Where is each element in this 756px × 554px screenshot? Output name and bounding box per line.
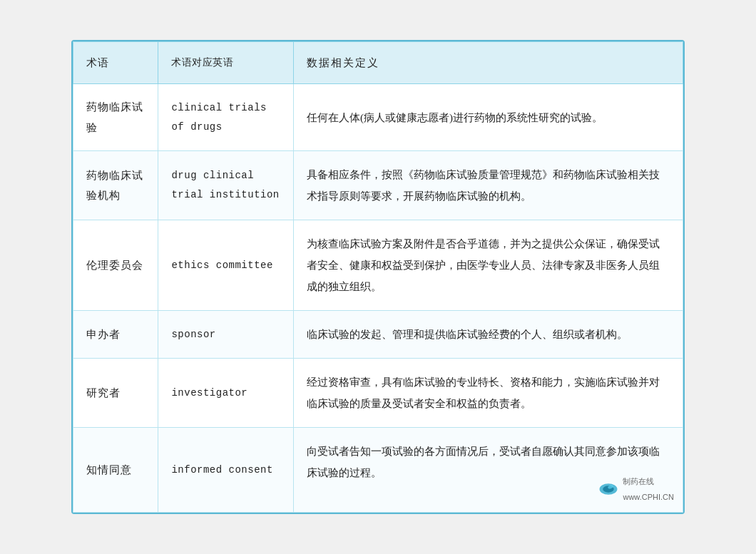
table-row: 知情同意informed consent向受试者告知一项试验的各方面情况后，受试… bbox=[73, 428, 683, 513]
table-row: 研究者investigator经过资格审查，具有临床试验的专业特长、资格和能力，… bbox=[73, 359, 683, 428]
table-row: 药物临床试验clinical trials of drugs任何在人体(病人或健… bbox=[73, 84, 683, 151]
watermark-label: 制药在线 bbox=[623, 473, 674, 489]
terms-table: 术语 术语对应英语 数据相关定义 药物临床试验clinical trials o… bbox=[73, 41, 683, 513]
cell-english: clinical trials of drugs bbox=[158, 84, 294, 151]
cell-english: sponsor bbox=[158, 311, 294, 359]
cell-english: investigator bbox=[158, 359, 294, 428]
table-header-row: 术语 术语对应英语 数据相关定义 bbox=[73, 42, 683, 84]
cell-term: 药物临床试验机构 bbox=[73, 151, 158, 220]
cell-term: 伦理委员会 bbox=[73, 220, 158, 311]
watermark-site: www.CPHI.CN bbox=[623, 489, 674, 505]
table-row: 申办者sponsor临床试验的发起、管理和提供临床试验经费的个人、组织或者机构。 bbox=[73, 311, 683, 359]
cell-definition: 为核查临床试验方案及附件是否合乎道德，并为之提供公众保证，确保受试者安全、健康和… bbox=[294, 220, 683, 311]
header-term: 术语 bbox=[73, 42, 158, 84]
cell-term: 研究者 bbox=[73, 359, 158, 428]
cell-definition: 具备相应条件，按照《药物临床试验质量管理规范》和药物临床试验相关技术指导原则等要… bbox=[294, 151, 683, 220]
watermark: 制药在线 www.CPHI.CN bbox=[598, 473, 674, 505]
cell-definition: 临床试验的发起、管理和提供临床试验经费的个人、组织或者机构。 bbox=[294, 311, 683, 359]
watermark-text: 制药在线 www.CPHI.CN bbox=[623, 473, 674, 505]
main-table-wrapper: 术语 术语对应英语 数据相关定义 药物临床试验clinical trials o… bbox=[71, 40, 685, 514]
header-definition: 数据相关定义 bbox=[294, 42, 683, 84]
cell-definition: 经过资格审查，具有临床试验的专业特长、资格和能力，实施临床试验并对临床试验的质量… bbox=[294, 359, 683, 428]
cell-term: 知情同意 bbox=[73, 428, 158, 513]
cell-term: 药物临床试验 bbox=[73, 84, 158, 151]
cell-definition: 任何在人体(病人或健康志愿者)进行药物的系统性研究的试验。 bbox=[294, 84, 683, 151]
cell-term: 申办者 bbox=[73, 311, 158, 359]
table-row: 药物临床试验机构drug clinical trial institution具… bbox=[73, 151, 683, 220]
cell-definition: 向受试者告知一项试验的各方面情况后，受试者自愿确认其同意参加该项临床试验的过程。… bbox=[294, 428, 683, 513]
watermark-logo-icon bbox=[598, 479, 618, 499]
cell-english: ethics committee bbox=[158, 220, 294, 311]
cell-english: drug clinical trial institution bbox=[158, 151, 294, 220]
cell-english: informed consent bbox=[158, 428, 294, 513]
table-row: 伦理委员会ethics committee为核查临床试验方案及附件是否合乎道德，… bbox=[73, 220, 683, 311]
header-english: 术语对应英语 bbox=[158, 42, 294, 84]
